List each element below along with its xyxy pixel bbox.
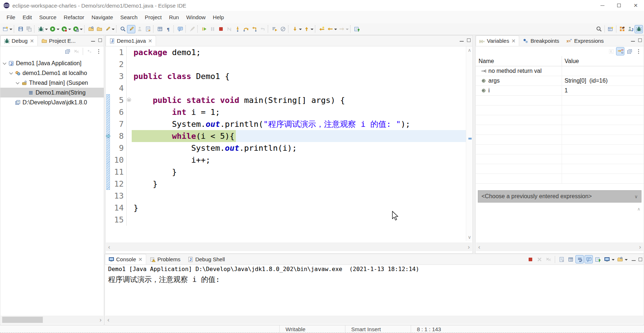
editor-gutter[interactable] [106, 190, 111, 202]
view-menu-icon[interactable] [634, 47, 643, 55]
maximize-view-icon[interactable] [467, 38, 471, 42]
scroll-up-icon[interactable]: ∧ [466, 47, 472, 53]
clear-console-icon[interactable] [557, 255, 566, 263]
remove-all-terminated-icon[interactable] [72, 47, 81, 55]
collapse-all-icon[interactable] [63, 47, 71, 55]
menu-navigate[interactable]: Navigate [88, 14, 116, 20]
back-dropdown-icon[interactable] [334, 29, 337, 32]
code-text[interactable] [132, 82, 472, 94]
code-line-9[interactable]: 9 System.out.println(i); [106, 142, 472, 154]
maximize-view-icon[interactable] [639, 258, 642, 261]
search-icon[interactable] [595, 25, 603, 33]
close-icon[interactable]: ✕ [148, 38, 152, 44]
new-wizard-dropdown-icon[interactable] [9, 29, 12, 32]
code-text[interactable]: System.out.println("程序调试演示，注意观察 i 的值: ")… [132, 118, 472, 130]
minimize-view-icon[interactable] [631, 39, 635, 42]
close-button[interactable]: × [627, 0, 644, 11]
code-line-3[interactable]: 3public class Demo1 { [106, 70, 472, 82]
disconnect-icon[interactable] [225, 25, 233, 33]
maximize-view-icon[interactable] [98, 38, 102, 42]
display-selected-console-dropdown-icon[interactable] [612, 259, 615, 262]
show-logical-structure-icon[interactable] [616, 47, 624, 55]
editor-text-area[interactable]: 1package demo1;23public class Demo1 {45 … [106, 46, 472, 241]
detail-pane-scroll-up-icon[interactable]: ∧ [637, 207, 640, 212]
scroll-right-icon[interactable]: › [99, 316, 102, 324]
use-step-filters-icon[interactable] [270, 25, 279, 33]
maximize-view-icon[interactable] [638, 38, 642, 42]
debug-tree-item[interactable]: D:\Develop\Java\jdk1.8.0 [0, 97, 104, 107]
save-icon[interactable] [16, 25, 25, 33]
debug-filters-icon[interactable] [85, 47, 94, 55]
console-tab-debug-shell[interactable]: JDebug Shell [184, 254, 229, 265]
word-wrap-icon[interactable] [575, 255, 584, 263]
resume-icon[interactable] [200, 25, 208, 33]
code-text[interactable] [132, 190, 472, 202]
chevron-down-icon[interactable]: ∨ [634, 194, 638, 199]
open-console-icon[interactable] [616, 255, 624, 263]
debug-dropdown-icon[interactable] [45, 29, 48, 32]
editor-gutter[interactable] [106, 58, 111, 70]
coverage-dropdown-icon[interactable] [68, 29, 71, 32]
remove-all-launches-icon[interactable] [544, 255, 553, 263]
open-console-dropdown-icon[interactable] [625, 259, 628, 262]
menu-project[interactable]: Project [141, 14, 165, 20]
scroll-right-icon[interactable]: › [468, 243, 470, 251]
menu-run[interactable]: Run [165, 14, 183, 20]
next-annotation-icon[interactable] [291, 25, 299, 33]
code-text[interactable]: public static void main(String[] args) { [132, 94, 472, 106]
run-icon[interactable] [48, 25, 57, 33]
code-text[interactable]: } [132, 166, 472, 178]
menu-refactor[interactable]: Refactor [60, 14, 88, 20]
open-resource-icon[interactable] [95, 25, 103, 33]
drop-to-frame-icon[interactable] [258, 25, 267, 33]
scroll-left-icon[interactable]: ‹ [478, 243, 480, 251]
variable-row[interactable]: i1 [476, 86, 644, 96]
pin-console-icon[interactable] [594, 255, 602, 263]
minimize-button[interactable] [594, 0, 611, 11]
close-icon[interactable]: ✕ [511, 38, 516, 44]
code-text[interactable]: while(i < 5){ [132, 130, 472, 142]
terminate-console-icon[interactable] [526, 255, 534, 263]
editor-horizontal-scrollbar[interactable]: ‹ › [106, 242, 472, 251]
variables-tab-variables[interactable]: (x)=Variables✕ [476, 36, 519, 46]
editor-tab-demo1-java[interactable]: JDemo1.java✕ [106, 36, 156, 46]
debug-icon[interactable] [37, 25, 45, 33]
editor-gutter[interactable] [106, 70, 111, 82]
back-icon[interactable] [326, 25, 334, 33]
coverage-icon[interactable] [60, 25, 68, 33]
minimize-view-icon[interactable] [91, 39, 95, 42]
debug-tab-debug[interactable]: Debug✕ [0, 36, 38, 46]
overview-ruler-marker[interactable] [468, 138, 472, 140]
minimize-view-icon[interactable] [632, 258, 636, 261]
editor-gutter[interactable] [106, 214, 111, 226]
code-line-13[interactable]: 13 [106, 190, 472, 202]
javaee-perspective-icon[interactable] [618, 25, 626, 33]
show-whitespace-icon[interactable]: ¶ [164, 25, 172, 33]
menu-edit[interactable]: Edit [19, 14, 36, 20]
name-column-header[interactable]: Name [476, 58, 562, 64]
debug-tree-item[interactable]: Demo1.main(String [0, 88, 104, 97]
code-text[interactable]: public class Demo1 { [132, 70, 472, 82]
code-line-14[interactable]: 14} [106, 202, 472, 214]
debug-tree-item[interactable]: Thread [main] (Suspen [0, 78, 104, 88]
editor-vertical-scrollbar[interactable]: ∧ ∨ [466, 46, 472, 241]
debug-perspective-icon[interactable] [635, 25, 643, 33]
remove-launch-icon[interactable] [535, 255, 543, 263]
open-task-icon[interactable] [87, 25, 95, 33]
terminate-icon[interactable] [217, 25, 225, 33]
editor-gutter[interactable] [106, 46, 111, 58]
java-perspective-icon[interactable]: J [626, 25, 635, 33]
code-line-15[interactable]: 15 [106, 214, 472, 226]
console-tab-problems[interactable]: Problems [146, 254, 184, 265]
display-selected-console-icon[interactable] [603, 255, 611, 263]
pin-editor-icon[interactable] [353, 25, 361, 33]
scroll-right-icon[interactable]: › [639, 243, 641, 251]
show-outline-icon[interactable] [156, 25, 164, 33]
scroll-lock-icon[interactable] [566, 255, 575, 263]
menu-search[interactable]: Search [116, 14, 141, 20]
scroll-left-icon[interactable]: ‹ [107, 316, 110, 324]
code-line-10[interactable]: 10 i++; [106, 154, 472, 166]
open-declaration-icon[interactable] [144, 25, 152, 33]
mark-element-dropdown-icon[interactable] [112, 29, 115, 32]
editor-gutter[interactable] [106, 82, 111, 94]
